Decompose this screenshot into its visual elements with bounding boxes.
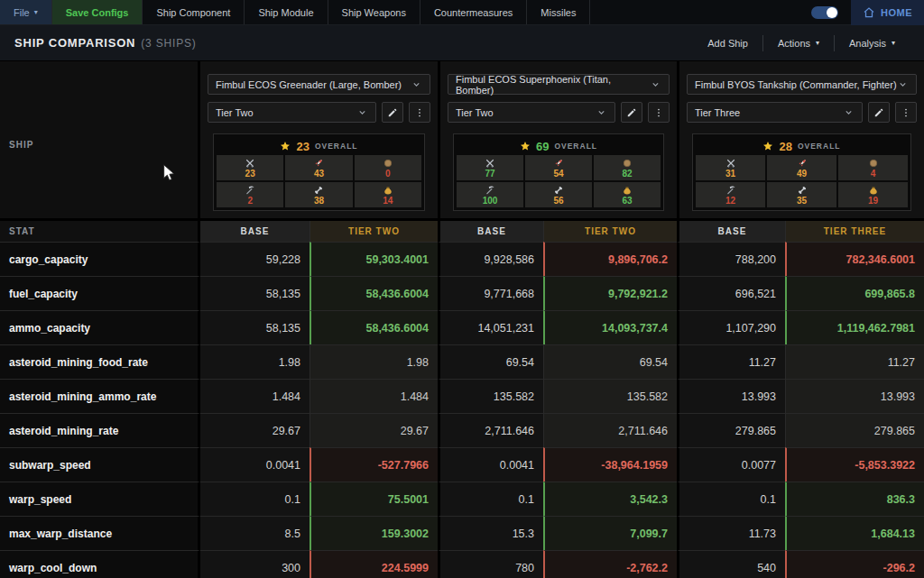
kebab-menu-icon xyxy=(414,107,425,118)
stat-column-header: STAT xyxy=(0,221,200,242)
base-value: 0.0041 xyxy=(200,447,310,482)
tier-select-1[interactable]: Tier Two xyxy=(208,102,376,123)
score-cell-economy: 4 xyxy=(838,155,908,180)
ship-select-3[interactable]: Fimbul BYOS Tankship (Commander, Fighter… xyxy=(687,74,917,95)
tier-value: 13.993 xyxy=(785,379,924,413)
tier-value: 1,119,462.7981 xyxy=(785,310,924,344)
overall-score-card: 23 OVERALL 23 43 0 2 38 14 xyxy=(213,133,425,211)
more-options-button[interactable] xyxy=(895,102,917,123)
tier-value: 7,099.7 xyxy=(543,516,677,550)
nav-item-countermeasures[interactable]: Countermeasures xyxy=(420,0,527,24)
tier-value: 224.5999 xyxy=(310,550,438,578)
overall-score: 69 xyxy=(536,140,549,153)
base-value: 2,711.646 xyxy=(438,413,543,447)
base-value: 15.3 xyxy=(438,516,543,550)
stat-name: asteroid_mining_rate xyxy=(0,413,200,447)
edit-config-button[interactable] xyxy=(382,102,403,123)
pencil-icon xyxy=(626,107,637,118)
nav-item-ship-component[interactable]: Ship Component xyxy=(143,0,245,24)
overall-label: OVERALL xyxy=(554,142,597,151)
crossed-swords-icon xyxy=(485,158,495,169)
home-button[interactable]: HOME xyxy=(851,0,924,25)
tier-select-2[interactable]: Tier Two xyxy=(448,102,615,123)
more-options-button[interactable] xyxy=(648,102,670,123)
base-value: 0.0041 xyxy=(438,447,543,482)
table-row: asteroid_mining_rate 29.67 29.67 2,711.6… xyxy=(0,413,924,447)
overall-score-card: 28 OVERALL 31 49 4 12 35 19 xyxy=(692,133,911,211)
score-cell-combat: 23 xyxy=(217,155,283,180)
toggle-knob xyxy=(827,7,837,18)
base-column-header: BASE xyxy=(438,221,543,242)
base-value: 0.1 xyxy=(438,482,543,516)
base-value: 58,135 xyxy=(200,276,310,310)
rocket-icon xyxy=(797,158,808,169)
tier-value: 1,684.13 xyxy=(785,516,924,550)
stat-name: subwarp_speed xyxy=(0,447,200,482)
base-value: 696,521 xyxy=(677,276,785,310)
base-value: 0.0077 xyxy=(677,447,785,482)
ship-select-1[interactable]: Fimbul ECOS Greenader (Large, Bomber) xyxy=(208,74,430,95)
tier-value: 9,792,921.2 xyxy=(543,276,677,310)
tier-value: 11.27 xyxy=(785,344,924,379)
tier-value: 14,093,737.4 xyxy=(543,310,677,344)
home-icon xyxy=(863,6,875,19)
tier-value: 58,436.6004 xyxy=(310,310,438,344)
base-value: 58,135 xyxy=(200,310,310,344)
kebab-menu-icon xyxy=(653,107,664,118)
theme-toggle[interactable] xyxy=(811,6,838,19)
tier-value: -527.7966 xyxy=(310,447,438,482)
edit-config-button[interactable] xyxy=(868,102,890,123)
table-row: subwarp_speed 0.0041 -527.7966 0.0041 -3… xyxy=(0,447,924,482)
kebab-menu-icon xyxy=(901,107,911,118)
base-value: 11.27 xyxy=(677,344,785,379)
tier-value: 135.582 xyxy=(543,379,677,413)
tier-select-value: Tier Two xyxy=(456,107,494,118)
caret-down-icon: ▾ xyxy=(892,39,895,47)
overall-label: OVERALL xyxy=(315,142,358,151)
analysis-menu-button[interactable]: Analysis▾ xyxy=(835,38,910,49)
table-row: warp_cool_down 300 224.5999 780 -2,762.2… xyxy=(0,550,924,578)
tier-value: 1.98 xyxy=(310,344,438,379)
add-ship-button[interactable]: Add Ship xyxy=(693,38,762,49)
more-options-button[interactable] xyxy=(409,102,430,123)
nav-item-ship-module[interactable]: Ship Module xyxy=(245,0,328,24)
base-value: 540 xyxy=(677,550,785,578)
tier-select-3[interactable]: Tier Three xyxy=(687,102,863,123)
stat-name: cargo_capacity xyxy=(0,242,200,276)
star-icon xyxy=(762,141,773,151)
pencil-icon xyxy=(387,107,398,118)
save-configs-button[interactable]: Save Configs xyxy=(52,0,143,24)
nav-item-missiles[interactable]: Missiles xyxy=(527,0,590,24)
score-cell-combat: 77 xyxy=(457,155,523,180)
overall-score: 28 xyxy=(779,140,791,153)
money-bag-icon xyxy=(383,185,393,196)
tier-column-header: TIER THREE xyxy=(785,221,924,242)
home-label: HOME xyxy=(881,7,912,18)
base-value: 1.98 xyxy=(200,344,310,379)
ship-row-label: SHIP xyxy=(9,140,33,150)
table-row: cargo_capacity 59,228 59,303.4001 9,928,… xyxy=(0,242,924,276)
tier-select-value: Tier Three xyxy=(695,107,740,118)
nav-item-ship-weapons[interactable]: Ship Weapons xyxy=(328,0,420,24)
base-value: 0.1 xyxy=(677,482,785,516)
tier-value: -38,964.1959 xyxy=(543,447,677,482)
base-value: 9,928,586 xyxy=(438,242,543,276)
score-cell-trade: 63 xyxy=(594,182,661,207)
tier-column-header: TIER TWO xyxy=(310,221,438,242)
coin-icon xyxy=(622,158,633,169)
stat-name: max_warp_distance xyxy=(0,516,200,550)
ship-select-2[interactable]: Fimbul ECOS Superphoenix (Titan, Bomber) xyxy=(448,74,670,95)
chevron-down-icon xyxy=(596,106,607,118)
base-value: 1.484 xyxy=(200,379,310,413)
actions-menu-button[interactable]: Actions▾ xyxy=(763,38,834,49)
bone-icon xyxy=(553,185,564,196)
base-column-header: BASE xyxy=(200,221,310,242)
ship-panel-1: Fimbul ECOS Greenader (Large, Bomber) Ti… xyxy=(200,61,438,218)
score-cell-salvage: 38 xyxy=(285,182,352,207)
tier-value: -2,762.2 xyxy=(543,550,677,578)
table-row: fuel_capacity 58,135 58,436.6004 9,771,6… xyxy=(0,276,924,310)
overall-score: 23 xyxy=(296,140,309,153)
file-menu-button[interactable]: File ▾ xyxy=(0,0,52,24)
edit-config-button[interactable] xyxy=(621,102,642,123)
table-row: asteroid_mining_ammo_rate 1.484 1.484 13… xyxy=(0,379,924,413)
